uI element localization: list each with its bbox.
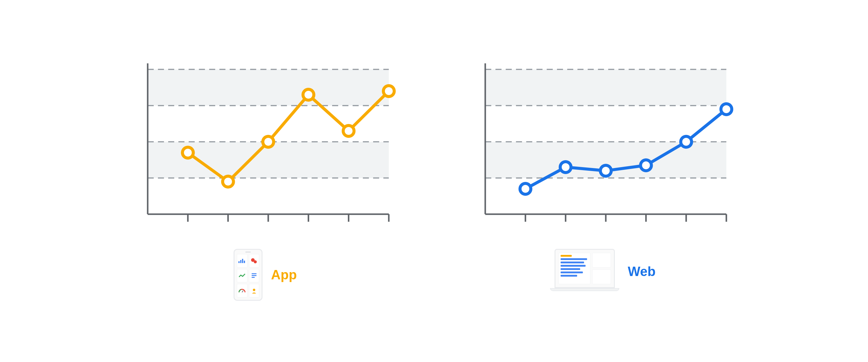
- chart-web: Web: [467, 63, 738, 301]
- svg-point-19: [383, 86, 394, 96]
- legend-web: Web: [550, 249, 655, 294]
- svg-rect-22: [242, 259, 243, 263]
- svg-point-30: [253, 289, 255, 291]
- svg-rect-27: [252, 275, 256, 276]
- svg-point-46: [560, 162, 571, 172]
- svg-point-45: [520, 184, 531, 194]
- svg-point-17: [303, 89, 314, 100]
- svg-rect-0: [148, 69, 389, 106]
- svg-rect-20: [239, 261, 240, 263]
- svg-point-18: [343, 126, 354, 136]
- line-chart-app: [130, 63, 401, 232]
- line-chart-web: [467, 63, 738, 232]
- svg-point-16: [263, 136, 274, 147]
- svg-point-48: [641, 160, 651, 171]
- svg-line-29: [242, 290, 243, 292]
- svg-point-47: [600, 165, 611, 176]
- legend-label-web: Web: [628, 264, 655, 279]
- svg-point-15: [223, 176, 234, 187]
- svg-point-25: [254, 260, 257, 263]
- laptop-icon: [550, 249, 619, 294]
- legend-app: App: [234, 249, 297, 301]
- svg-point-50: [721, 104, 732, 115]
- svg-rect-31: [485, 69, 726, 106]
- legend-label-app: App: [271, 267, 297, 282]
- svg-point-14: [182, 147, 193, 158]
- phone-icon: [234, 249, 262, 301]
- svg-rect-28: [252, 277, 255, 278]
- svg-rect-26: [252, 273, 256, 274]
- svg-rect-23: [244, 261, 245, 263]
- chart-app: App: [130, 63, 401, 301]
- svg-rect-21: [240, 260, 241, 263]
- svg-point-49: [681, 136, 692, 147]
